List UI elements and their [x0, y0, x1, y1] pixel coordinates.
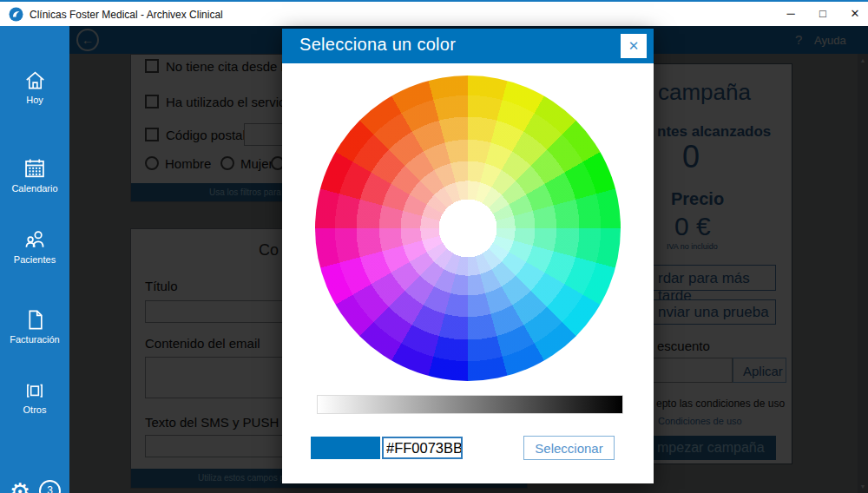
minimize-button[interactable]: ─ — [775, 2, 806, 26]
otros-icon — [23, 379, 47, 402]
color-picker-dialog: Selecciona un color ✕ Seleccionar — [282, 29, 654, 483]
maximize-button[interactable]: □ — [807, 2, 838, 26]
window-titlebar: Clínicas Foster Medical - Archivex Clini… — [0, 0, 868, 26]
select-color-button[interactable]: Seleccionar — [523, 436, 615, 460]
sidebar: Hoy Calendario Pacientes Facturación — [0, 26, 69, 493]
sidebar-item-label: Facturación — [0, 334, 69, 345]
window-title: Clínicas Foster Medical - Archivex Clini… — [30, 9, 223, 21]
select-color-label: Seleccionar — [535, 441, 602, 456]
grayscale-gradient-bar[interactable] — [317, 395, 623, 414]
sidebar-item-label: Hoy — [0, 95, 69, 105]
notification-badge[interactable]: 3 — [39, 480, 61, 493]
home-icon — [23, 69, 47, 92]
color-wheel[interactable] — [315, 76, 621, 381]
settings-gear-icon[interactable]: ⚙ — [10, 478, 30, 493]
color-swatch-preview — [311, 437, 380, 459]
sidebar-item-label: Pacientes — [0, 254, 69, 265]
sidebar-item-calendario[interactable]: Calendario — [0, 156, 69, 194]
patients-icon — [23, 227, 47, 252]
calendar-icon — [23, 156, 47, 181]
sidebar-item-label: Calendario — [0, 183, 69, 194]
close-window-button[interactable]: ✕ — [839, 2, 868, 26]
notification-count: 3 — [47, 484, 53, 493]
invoice-icon — [23, 308, 47, 332]
app-logo-icon — [9, 7, 23, 22]
sidebar-item-pacientes[interactable]: Pacientes — [0, 227, 69, 265]
sidebar-item-hoy[interactable]: Hoy — [0, 69, 69, 105]
hex-color-input[interactable] — [382, 437, 463, 459]
sidebar-item-facturacion[interactable]: Facturación — [0, 308, 69, 345]
dialog-header: Selecciona un color ✕ — [282, 29, 654, 63]
dialog-title: Selecciona un color — [299, 35, 456, 55]
close-icon: ✕ — [628, 38, 640, 53]
sidebar-item-label: Otros — [0, 404, 69, 415]
sidebar-item-otros[interactable]: Otros — [0, 379, 69, 415]
dialog-close-button[interactable]: ✕ — [621, 34, 647, 58]
